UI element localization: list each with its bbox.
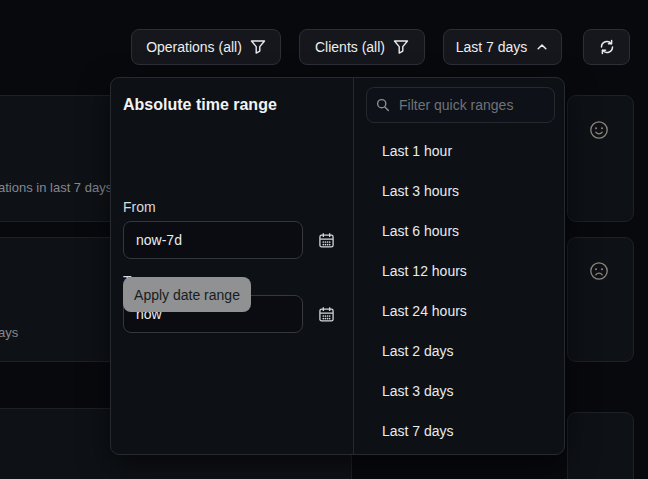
operations-filter-label: Operations (all) xyxy=(146,39,242,55)
operations-filter-button[interactable]: Operations (all) xyxy=(131,29,281,65)
quick-range-option[interactable]: Last 2 days xyxy=(354,331,566,371)
filter-funnel-icon xyxy=(250,39,266,55)
absolute-time-range-section: Absolute time range From To xyxy=(111,78,353,454)
quick-range-option[interactable]: Last 3 days xyxy=(354,371,566,411)
stat-card xyxy=(567,237,634,362)
quick-range-option[interactable]: Last 1 hour xyxy=(354,131,566,171)
quick-ranges-list: Last 1 hour Last 3 hours Last 6 hours La… xyxy=(354,131,566,451)
filter-funnel-icon xyxy=(393,39,409,55)
happy-face-icon xyxy=(589,120,609,140)
refresh-button[interactable] xyxy=(583,29,630,65)
clients-filter-button[interactable]: Clients (all) xyxy=(299,29,425,65)
quick-range-option[interactable]: Last 12 hours xyxy=(354,251,566,291)
time-range-label: Last 7 days xyxy=(456,39,528,55)
quick-range-option[interactable]: Last 24 hours xyxy=(354,291,566,331)
refresh-icon xyxy=(598,38,616,56)
clients-filter-label: Clients (all) xyxy=(315,39,385,55)
chevron-up-icon xyxy=(535,40,549,54)
quick-ranges-section: Last 1 hour Last 3 hours Last 6 hours La… xyxy=(353,78,566,454)
sad-face-icon xyxy=(589,261,609,281)
from-label: From xyxy=(123,199,156,215)
apply-date-range-button[interactable]: Apply date range xyxy=(123,277,251,312)
quick-ranges-search-input[interactable] xyxy=(366,87,555,123)
stat-card xyxy=(567,412,634,479)
stat-card-caption: ations in last 7 days xyxy=(0,180,112,195)
quick-range-option[interactable]: Last 6 hours xyxy=(354,211,566,251)
stat-card xyxy=(567,95,634,222)
from-calendar-button[interactable] xyxy=(318,231,336,249)
to-calendar-button[interactable] xyxy=(318,305,336,323)
quick-range-option[interactable]: Last 7 days xyxy=(354,411,566,451)
quick-range-option[interactable]: Last 3 hours xyxy=(354,171,566,211)
app-screen: ations in last 7 days ays Operatio xyxy=(0,0,648,479)
time-range-dropdown: Absolute time range From To xyxy=(110,77,565,455)
absolute-range-title: Absolute time range xyxy=(123,96,277,114)
time-range-button[interactable]: Last 7 days xyxy=(443,29,562,65)
stat-card-caption: ays xyxy=(0,325,18,340)
from-input[interactable] xyxy=(123,221,303,259)
